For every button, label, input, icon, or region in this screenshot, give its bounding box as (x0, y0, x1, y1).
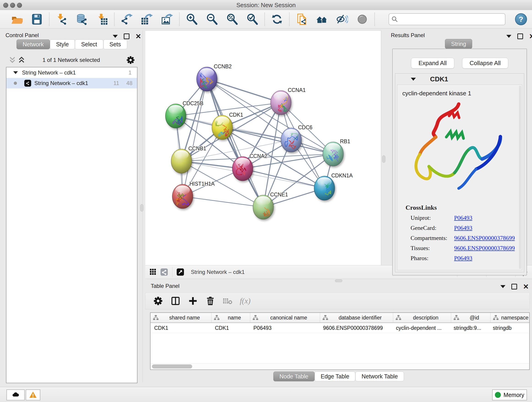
tab-select[interactable]: Select (75, 39, 103, 49)
left-splitter-handle[interactable] (140, 204, 143, 211)
function-icon[interactable]: f(x) (240, 296, 250, 306)
delete-table-icon[interactable] (222, 296, 233, 306)
search-input[interactable] (400, 14, 505, 24)
import-network-database-button[interactable] (76, 13, 88, 26)
network-edge[interactable] (207, 79, 263, 207)
network-collection-row[interactable]: String Network – cdk1 1 (6, 67, 137, 78)
import-table-button[interactable] (96, 13, 108, 26)
grid-view-icon[interactable] (149, 268, 158, 277)
control-panel-close-icon[interactable]: ✕ (135, 34, 141, 39)
open-session-button[interactable] (11, 13, 23, 26)
network-share-icon[interactable] (160, 268, 169, 277)
delete-icon[interactable] (205, 296, 215, 306)
network-node-ccna1[interactable]: CCNA1 (271, 87, 306, 115)
tab-sets[interactable]: Sets (103, 39, 127, 49)
column-header-shared-name[interactable]: shared name (151, 313, 211, 322)
hide-unhide-button[interactable] (336, 13, 348, 26)
help-button[interactable]: ? (515, 13, 527, 25)
detach-view-icon[interactable] (176, 268, 185, 277)
table-toolbar: f(x) (145, 293, 530, 309)
columns-icon[interactable] (170, 296, 181, 306)
network-edge[interactable] (183, 196, 263, 207)
network-node-cdk1[interactable]: CDK1 (212, 112, 243, 140)
node-label-ccne1: CCNE1 (270, 191, 288, 198)
string-document-button[interactable] (296, 13, 308, 26)
collapse-all-button[interactable]: Collapse All (462, 58, 508, 69)
tab-style[interactable]: Style (50, 39, 75, 49)
table-panel-close-icon[interactable]: ✕ (523, 284, 529, 289)
results-panel-close-icon[interactable]: ✕ (529, 34, 532, 39)
column-header--id[interactable]: @id (451, 313, 491, 322)
tab-network[interactable]: Network (17, 39, 50, 49)
export-image-button[interactable] (161, 13, 173, 26)
table-panel-float-icon[interactable] (511, 284, 517, 289)
tab-string[interactable]: String (445, 39, 472, 49)
column-header-namespace[interactable]: namespace (491, 313, 530, 322)
memory-button[interactable]: Memory (492, 389, 527, 400)
export-network-button[interactable] (120, 13, 133, 26)
table-cell[interactable]: cyclin-dependent ... (392, 323, 450, 333)
tab-edge-table[interactable]: Edge Table (315, 371, 355, 381)
zoom-in-button[interactable] (186, 13, 198, 26)
table-scrollbar-thumb[interactable] (152, 364, 192, 369)
cloud-button[interactable] (6, 389, 25, 400)
network-canvas[interactable]: CCNB2CCNA1CDC25BCDK1CDC6RB1CCNB1CCNA2CDK… (145, 31, 381, 265)
tab-node-table[interactable]: Node Table (273, 371, 315, 381)
search-box[interactable] (389, 13, 505, 25)
network-graph[interactable]: CCNB2CCNA1CDC25BCDK1CDC6RB1CCNB1CCNA2CDK… (145, 31, 381, 265)
network-node-ccnb1[interactable]: CCNB1 (171, 146, 206, 173)
protein-section-header[interactable]: CDK1 (395, 74, 524, 85)
table-cell[interactable]: CDK1 (211, 323, 250, 333)
expand-all-button[interactable]: Expand All (411, 58, 454, 69)
table-cell[interactable]: stringdb:9... (450, 323, 489, 333)
zoom-fit-button[interactable] (226, 13, 238, 26)
tab-network-table[interactable]: Network Table (355, 371, 404, 381)
table-panel-menu-icon[interactable] (500, 285, 505, 288)
table-cell[interactable]: P06493 (250, 323, 319, 333)
bottom-splitter-handle[interactable] (335, 279, 342, 282)
column-header-name[interactable]: name (211, 313, 250, 322)
add-icon[interactable] (188, 296, 198, 306)
network-options-gear-icon[interactable] (126, 56, 135, 65)
results-panel-menu-icon[interactable] (506, 35, 511, 38)
zoom-selected-button[interactable] (246, 13, 259, 26)
network-node-cdkn1a[interactable]: CDKN1A (314, 172, 353, 200)
gear-icon[interactable] (153, 296, 163, 306)
crosslink-link[interactable]: P06493 (454, 215, 472, 221)
export-table-button[interactable] (141, 13, 153, 26)
control-panel-menu-icon[interactable] (113, 35, 118, 38)
control-panel-float-icon[interactable] (124, 33, 129, 39)
network-row[interactable]: String Network – cdk1 11 48 (6, 78, 137, 89)
table-cell[interactable]: stringdb (489, 323, 530, 333)
table-cell[interactable]: 9606.ENSP00000378699 (319, 323, 392, 333)
network-node-ccnb2[interactable]: CCNB2 (196, 64, 232, 91)
column-header-canonical-name[interactable]: canonical name (250, 313, 320, 322)
table-cell[interactable]: CDK1 (151, 323, 211, 333)
refresh-layout-button[interactable] (271, 13, 283, 26)
table-horizontal-scrollbar[interactable] (151, 363, 529, 370)
network-edge[interactable] (243, 169, 324, 188)
zoom-out-button[interactable] (206, 13, 218, 26)
right-splitter-handle[interactable] (382, 155, 385, 163)
column-header-database-identifier[interactable]: database identifier (320, 313, 393, 322)
warning-button[interactable] (26, 389, 40, 400)
results-scrollbar[interactable] (519, 86, 521, 269)
import-network-file-button[interactable] (56, 13, 68, 26)
node-table[interactable]: shared namenamecanonical namedatabase id… (150, 313, 530, 370)
network-edge[interactable] (207, 79, 281, 103)
crosslink-link[interactable]: 9606.ENSP00000378699 (454, 235, 515, 242)
protein-collapse-icon[interactable] (411, 78, 416, 81)
crosslink-link[interactable]: 9606.ENSP00000378699 (454, 245, 515, 252)
save-session-button[interactable] (31, 13, 43, 26)
crosslink-link[interactable]: P06493 (454, 225, 472, 231)
results-panel-float-icon[interactable] (517, 33, 523, 39)
column-header-description[interactable]: description (393, 313, 451, 322)
home-button[interactable] (316, 13, 328, 26)
collection-expand-icon[interactable] (13, 71, 18, 74)
crosslink-link[interactable]: P06493 (454, 255, 472, 262)
network-node-rb1[interactable]: RB1 (323, 138, 350, 166)
table-row[interactable]: CDK1CDK1P064939606.ENSP00000378699cyclin… (151, 323, 529, 333)
network-node-hist1h1a[interactable]: HIST1H1A (172, 181, 215, 209)
show-eye-button[interactable] (356, 13, 368, 26)
control-panel-tabs: NetworkStyleSelectSets (17, 39, 127, 49)
